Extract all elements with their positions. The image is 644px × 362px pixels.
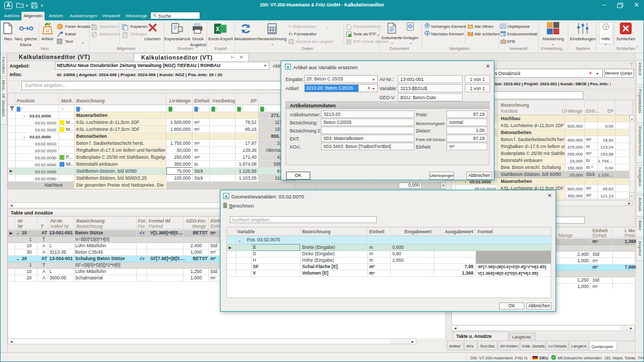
svg-text:X: X [216, 26, 219, 32]
svg-text:U: U [46, 28, 49, 33]
